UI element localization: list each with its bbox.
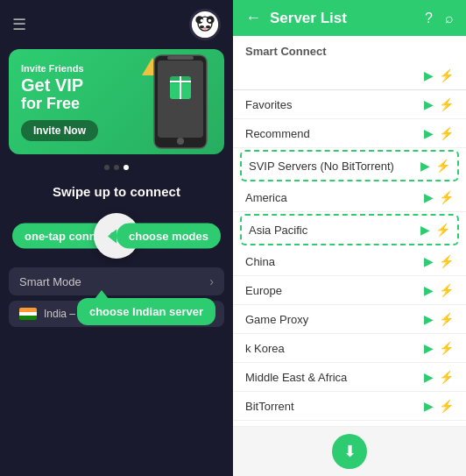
dot-2 <box>114 165 119 170</box>
item-icons: ▶ ⚡ <box>424 283 454 297</box>
banner-get-vip: Get VIP <box>21 75 98 95</box>
svg-point-6 <box>203 27 207 30</box>
item-name: Asia Pacific <box>249 224 420 237</box>
download-button[interactable]: ⬇ <box>332 434 367 469</box>
play-icon: ▶ <box>424 341 434 355</box>
dot-3 <box>124 165 129 170</box>
swipe-text: Swipe up to connect <box>0 184 233 199</box>
item-name: America <box>245 191 424 204</box>
item-name: Middle East & Africa <box>245 371 424 384</box>
list-item[interactable]: Recommend ▶ ⚡ <box>233 119 466 148</box>
play-icon: ▶ <box>420 159 430 173</box>
dot-1 <box>104 165 109 170</box>
chevron-right-icon: › <box>209 274 214 288</box>
item-name: Europe <box>245 284 424 297</box>
banner-invite: Invite Friends <box>21 63 98 74</box>
item-icons: ▶ ⚡ <box>424 254 454 268</box>
bolt-icon: ⚡ <box>439 68 454 82</box>
mode-bar[interactable]: Smart Mode › <box>9 267 224 295</box>
hamburger-icon[interactable]: ☰ <box>12 15 26 34</box>
right-header-icons: ? ⌕ <box>425 11 454 26</box>
banner-phone-image <box>145 53 215 150</box>
server-list-title: Server List <box>270 10 416 27</box>
list-item[interactable]: Middle East & Africa ▶ ⚡ <box>233 363 466 392</box>
carousel-dots <box>0 165 233 170</box>
bolt-icon: ⚡ <box>439 370 454 384</box>
item-icons: ▶ ⚡ <box>424 399 454 413</box>
choose-indian-server-bubble[interactable]: choose Indian server <box>77 298 215 325</box>
list-item[interactable]: Asia Pacific ▶ ⚡ <box>240 214 459 245</box>
item-name: China <box>245 255 424 268</box>
svg-point-8 <box>208 19 212 23</box>
smart-connect-item[interactable]: ▶ ⚡ <box>233 61 466 90</box>
svg-point-5 <box>206 25 210 29</box>
bolt-icon: ⚡ <box>439 283 454 297</box>
item-name: SVIP Servers (No BitTorrent) <box>249 160 420 173</box>
india-flag-icon <box>19 308 37 320</box>
item-name: BitTorrent <box>245 400 424 413</box>
play-icon: ▶ <box>424 68 434 82</box>
bolt-icon: ⚡ <box>435 159 450 173</box>
list-item[interactable]: k Korea ▶ ⚡ <box>233 334 466 363</box>
item-icons: ▶ ⚡ <box>424 190 454 204</box>
choose-modes-bubble[interactable]: choose modes <box>116 224 221 249</box>
server-list: Smart Connect ▶ ⚡ Favorites ▶ ⚡ Recommen… <box>233 36 466 426</box>
bolt-icon: ⚡ <box>435 223 450 237</box>
item-icons: ▶ ⚡ <box>424 312 454 326</box>
list-item[interactable]: SVIP Servers (No BitTorrent) ▶ ⚡ <box>240 150 459 181</box>
svg-point-7 <box>201 19 204 23</box>
item-icons: ▶ ⚡ <box>424 126 454 140</box>
bottom-bars: Smart Mode › India – Bangalore [I… ▌▌ … … <box>9 267 224 327</box>
play-icon: ▶ <box>424 126 434 140</box>
panda-logo <box>189 9 221 40</box>
back-button[interactable]: ← <box>245 9 261 27</box>
item-icons: ▶ ⚡ <box>424 97 454 111</box>
play-icon: ▶ <box>424 283 434 297</box>
bolt-icon: ⚡ <box>439 312 454 326</box>
invite-now-button[interactable]: Invite Now <box>21 120 98 141</box>
item-name: Game Proxy <box>245 313 424 326</box>
list-item[interactable]: America ▶ ⚡ <box>233 183 466 212</box>
download-icon: ⬇ <box>343 442 357 461</box>
bolt-icon: ⚡ <box>439 399 454 413</box>
list-item[interactable]: BitTorrent ▶ ⚡ <box>233 392 466 421</box>
bolt-icon: ⚡ <box>439 254 454 268</box>
list-item[interactable]: Favorites ▶ ⚡ <box>233 90 466 119</box>
bottom-bar: ⬇ <box>233 426 466 476</box>
item-icons: ▶ ⚡ <box>420 223 450 237</box>
play-icon: ▶ <box>424 254 434 268</box>
banner: Invite Friends Get VIP for Free Invite N… <box>9 49 224 154</box>
play-icon: ▶ <box>424 312 434 326</box>
banner-for-free: for Free <box>21 95 98 113</box>
list-item[interactable]: Europe ▶ ⚡ <box>233 276 466 305</box>
bolt-icon: ⚡ <box>439 190 454 204</box>
play-icon: ▶ <box>424 399 434 413</box>
right-panel: ← Server List ? ⌕ Smart Connect ▶ ⚡ Favo… <box>233 0 466 476</box>
help-icon[interactable]: ? <box>425 11 433 26</box>
svg-point-12 <box>177 138 184 145</box>
svg-point-4 <box>200 25 204 29</box>
item-icons: ▶ ⚡ <box>424 341 454 355</box>
left-panel: ☰ Invite Friends Get VIP for Free Invite… <box>0 0 233 476</box>
item-icons: ▶ ⚡ <box>424 370 454 384</box>
mode-bar-label: Smart Mode <box>19 275 81 288</box>
search-icon[interactable]: ⌕ <box>445 11 454 26</box>
list-item[interactable]: Game Proxy ▶ ⚡ <box>233 305 466 334</box>
power-area: one-tap connect ON choose modes <box>0 213 233 259</box>
play-icon: ▶ <box>424 370 434 384</box>
left-header: ☰ <box>0 0 233 49</box>
play-icon: ▶ <box>424 190 434 204</box>
bolt-icon: ⚡ <box>439 341 454 355</box>
item-icons: ▶ ⚡ <box>420 159 450 173</box>
item-name: Recommend <box>245 127 424 140</box>
play-icon: ▶ <box>420 223 430 237</box>
bolt-icon: ⚡ <box>439 97 454 111</box>
item-name: Favorites <box>245 98 424 111</box>
play-icon: ▶ <box>424 97 434 111</box>
smart-connect-header: Smart Connect <box>233 36 466 61</box>
bolt-icon: ⚡ <box>439 126 454 140</box>
item-name: k Korea <box>245 342 424 355</box>
smart-connect-icons: ▶ ⚡ <box>424 68 454 82</box>
list-item[interactable]: China ▶ ⚡ <box>233 247 466 276</box>
svg-rect-11 <box>167 56 194 60</box>
